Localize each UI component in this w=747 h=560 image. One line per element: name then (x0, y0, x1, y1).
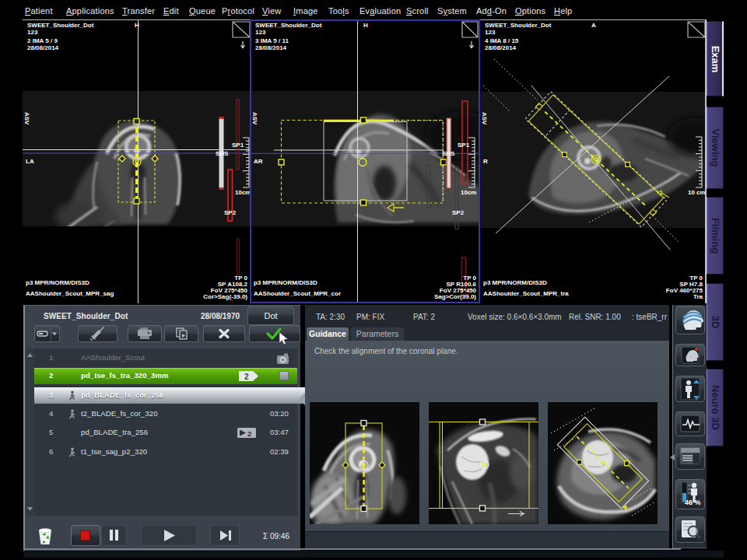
svg-text:123: 123 (255, 29, 266, 36)
svg-text:AR: AR (254, 158, 263, 165)
svg-text:123: 123 (27, 29, 38, 36)
svg-text:123: 123 (485, 29, 496, 36)
svg-text:A: A (591, 22, 596, 29)
svg-text:28/08/2014: 28/08/2014 (255, 44, 287, 51)
svg-text:3 IMA 5 / 11: 3 IMA 5 / 11 (255, 37, 289, 44)
svg-text:p3 MPR/NORM/DIS3D: p3 MPR/NORM/DIS3D (26, 279, 89, 286)
svg-text:28/08/2014: 28/08/2014 (27, 44, 59, 51)
svg-text:2: 2 (244, 373, 249, 381)
svg-text:LA: LA (26, 158, 34, 165)
svg-text:p3 MPR/NORM/DIS3D: p3 MPR/NORM/DIS3D (254, 279, 317, 286)
svg-text:SHS: SHS (442, 150, 455, 157)
svg-text:AAShoulder_Scout_MPR_sag: AAShoulder_Scout_MPR_sag (26, 290, 114, 297)
svg-text:10 cm: 10 cm (688, 189, 706, 196)
svg-text:SHS: SHS (216, 150, 229, 157)
svg-text:10cm: 10cm (235, 189, 251, 196)
svg-text:2: 2 (247, 429, 251, 438)
svg-text:SP2: SP2 (224, 209, 237, 216)
svg-text:SWEET_Shoulder_Dot: SWEET_Shoulder_Dot (255, 22, 322, 29)
svg-text:4 IMA 8 / 15: 4 IMA 8 / 15 (485, 37, 519, 44)
svg-text:Sag>Cor(39.0): Sag>Cor(39.0) (434, 293, 476, 300)
svg-text:ASV: ASV (23, 112, 30, 125)
svg-text:10cm: 10cm (461, 189, 476, 196)
svg-text:SP1: SP1 (458, 142, 470, 149)
svg-text:H: H (135, 22, 139, 29)
svg-text:p3 MPR/NORM/DIS3D: p3 MPR/NORM/DIS3D (483, 279, 547, 286)
svg-text:28/08/2014: 28/08/2014 (485, 44, 517, 51)
svg-text:SP1: SP1 (232, 142, 244, 149)
svg-text:SWEET_Shoulder_Dot: SWEET_Shoulder_Dot (27, 22, 94, 29)
svg-text:AAShoulder_Scout_MPR_cor: AAShoulder_Scout_MPR_cor (254, 290, 341, 297)
svg-text:SP2: SP2 (452, 209, 465, 216)
svg-text:AAShoulder_Scout_MPR_tra: AAShoulder_Scout_MPR_tra (483, 290, 569, 297)
svg-text:R: R (483, 158, 488, 165)
svg-text:SWEET_Shoulder_Dot: SWEET_Shoulder_Dot (485, 22, 552, 29)
svg-text:ASV: ASV (481, 112, 488, 125)
svg-text:2 IMA 5 / 9: 2 IMA 5 / 9 (27, 37, 58, 44)
svg-text:ASV: ASV (251, 112, 258, 125)
svg-text:Cor>Sag(-39.0): Cor>Sag(-39.0) (203, 293, 247, 300)
svg-text:Tra: Tra (693, 293, 703, 300)
svg-text:H: H (363, 22, 368, 29)
